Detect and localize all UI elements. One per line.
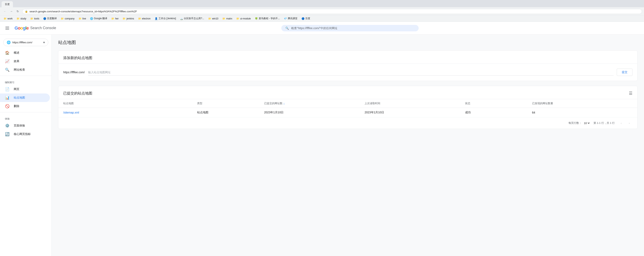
sitemap-url-input[interactable] <box>88 69 614 76</box>
sidebar-item-url-inspection[interactable]: 🔍 网址检查 <box>0 66 50 74</box>
col-type: 类型 <box>197 102 264 105</box>
bookmark-tools[interactable]: 📁 tools <box>29 17 41 21</box>
cell-last-read: 2023年1月10日 <box>364 111 465 114</box>
filter-icon[interactable]: ☰ <box>629 91 632 96</box>
bookmark-study-label: study <box>20 17 26 20</box>
bookmark-ui-module-label: ui-module <box>240 17 251 20</box>
col-submitted-urls-label: 已提交的网址数 <box>264 102 282 105</box>
bookmark-baidu[interactable]: 🔵 百度 <box>300 16 312 21</box>
bookmark-her[interactable]: 📁 her <box>110 17 120 21</box>
col-submitted-urls[interactable]: 已提交的网址数 ↓ <box>264 102 364 105</box>
bookmark-ui-module-icon: 📁 <box>236 17 239 20</box>
bookmark-matrx[interactable]: 📁 matrx <box>221 17 234 21</box>
sitemap-link[interactable]: /sitemap.xml <box>63 111 79 114</box>
prev-page-button[interactable]: ‹ <box>618 120 624 126</box>
nav-divider-1 <box>0 76 52 76</box>
bookmark-baidu-translate[interactable]: 🔵 百度翻译 <box>42 16 58 21</box>
bookmark-runoob[interactable]: 🍀 菜鸟教程 - 学的不... <box>253 16 282 21</box>
sitemaps-icon: 📊 <box>5 95 10 100</box>
bookmark-live-label: live <box>82 17 86 20</box>
bookmark-baidu-translate-label: 百度翻译 <box>47 17 57 20</box>
sidebar-item-performance[interactable]: 📈 效果 <box>0 57 50 66</box>
add-sitemap-card-body: https://ffffee.com/ 提交 <box>58 64 637 81</box>
bookmark-runoob-label: 菜鸟教程 - 学的不... <box>259 17 280 20</box>
browser-toolbar: ← → ↻ 🔒 search.google.com/search-console… <box>0 7 644 15</box>
removal-icon: 🚫 <box>5 104 10 108</box>
hamburger-icon <box>6 27 9 30</box>
bookmark-tencent-class-icon: 💎 <box>284 17 287 20</box>
bookmarks-bar: 📁 work 📁 study 📁 tools 🔵 百度翻译 📁 company … <box>0 15 644 22</box>
bookmark-ui-module[interactable]: 📁 ui-module <box>235 17 252 21</box>
bookmark-electron[interactable]: 📁 electron <box>136 17 152 21</box>
menu-button[interactable] <box>3 24 11 32</box>
page-title: 站点地图 <box>58 40 638 46</box>
bookmark-partition-label: 分区助手怎么用?... <box>184 17 204 20</box>
sidebar-item-pages-label: 网页 <box>14 87 20 91</box>
col-discovered-urls-label: 已发现的网址数量 <box>532 102 553 105</box>
sidebar-item-overview[interactable]: 🏠 概述 <box>0 49 50 57</box>
logo-area: Google Search Console <box>14 26 56 31</box>
rows-per-page-container: 每页行数： 10 25 50 <box>568 121 590 125</box>
sort-descending-icon: ↓ <box>283 102 285 105</box>
rows-per-page-select[interactable]: 10 25 50 <box>583 121 590 125</box>
add-sitemap-card-header: 添加新的站点地图 <box>58 51 637 64</box>
bookmark-work[interactable]: 📁 work <box>2 17 14 21</box>
bookmark-google-translate[interactable]: 🌐 Google 翻译 <box>88 16 109 21</box>
search-input[interactable] <box>291 27 414 30</box>
bookmark-company[interactable]: 📁 company <box>59 17 76 21</box>
forward-button[interactable]: → <box>8 9 14 14</box>
bookmark-company-icon: 📁 <box>61 17 64 20</box>
table-header: 站点地图 类型 已提交的网址数 ↓ 上次读取时间 状态 <box>58 99 637 108</box>
active-tab[interactable]: 百度 <box>2 1 13 7</box>
header-search: 🔍 <box>281 25 419 31</box>
bookmark-baidu-icon: 🔵 <box>302 17 304 20</box>
main-body: 🌐 https://ffffee.com/ ▾ 🏠 概述 📈 效果 🔍 网址检查… <box>0 35 644 256</box>
sidebar: 🌐 https://ffffee.com/ ▾ 🏠 概述 📈 效果 🔍 网址检查… <box>0 35 52 256</box>
bookmark-google-translate-label: Google 翻译 <box>94 17 107 20</box>
bookmark-win10-icon: 📁 <box>208 17 211 20</box>
bookmark-electron-label: electron <box>142 17 151 20</box>
sidebar-item-page-experience[interactable]: ⚙️ 页面体验 <box>0 121 50 130</box>
sitemap-input-area: https://ffffee.com/ 提交 <box>63 69 632 76</box>
address-bar[interactable]: 🔒 search.google.com/search-console/sitem… <box>22 9 642 14</box>
app-name: Search Console <box>30 26 56 30</box>
search-icon: 🔍 <box>285 27 289 30</box>
add-sitemap-card: 添加新的站点地图 https://ffffee.com/ 提交 <box>58 50 638 81</box>
rows-per-page-label: 每页行数： <box>568 121 582 125</box>
sidebar-item-pages[interactable]: 📄 网页 <box>0 85 50 93</box>
col-sitemap: 站点地图 <box>63 102 197 105</box>
cell-discovered-urls: 64 <box>532 111 632 114</box>
property-selector[interactable]: 🌐 https://ffffee.com/ ▾ <box>3 39 48 46</box>
bookmark-win10[interactable]: 📁 win10 <box>206 17 220 21</box>
bookmark-her-label: her <box>115 17 118 20</box>
back-button[interactable]: ← <box>2 9 8 14</box>
cell-submitted-date: 2023年1月10日 <box>264 111 364 114</box>
sidebar-item-sitemaps[interactable]: 📊 站点地图 <box>0 93 50 102</box>
table-row: /sitemap.xml 站点地图 2023年1月10日 2023年1月10日 … <box>58 108 637 117</box>
bookmark-tencent-class[interactable]: 💎 腾讯课堂 <box>282 16 299 21</box>
bookmark-partition[interactable]: 🏔️ 分区助手怎么用?... <box>178 16 206 21</box>
reload-button[interactable]: ↻ <box>15 9 20 14</box>
bookmark-jenkins-workspace[interactable]: 👤 工作台 [Jenkins] <box>153 16 178 21</box>
sidebar-item-performance-label: 效果 <box>14 60 20 63</box>
bookmark-runoob-icon: 🍀 <box>255 17 258 20</box>
col-sitemap-label: 站点地图 <box>63 102 74 105</box>
bookmark-live[interactable]: 📁 live <box>77 17 88 21</box>
sidebar-item-removal[interactable]: 🚫 删除 <box>0 102 50 110</box>
performance-icon: 📈 <box>5 59 10 64</box>
sidebar-item-overview-label: 概述 <box>14 51 20 55</box>
col-last-read: 上次读取时间 <box>364 102 465 105</box>
bookmark-jenkins[interactable]: 📁 jenkins <box>121 17 136 21</box>
col-type-label: 类型 <box>197 102 202 105</box>
google-logo: Google <box>14 26 29 31</box>
next-page-button[interactable]: › <box>626 120 632 126</box>
submit-sitemap-button[interactable]: 提交 <box>617 69 632 76</box>
bookmark-tools-label: tools <box>34 17 39 20</box>
submitted-sitemaps-header: 已提交的站点地图 ☰ <box>58 86 637 99</box>
bookmark-partition-icon: 🏔️ <box>180 17 183 20</box>
bookmark-company-label: company <box>64 17 74 20</box>
sidebar-item-removal-label: 删除 <box>14 104 20 108</box>
home-icon: 🏠 <box>5 51 10 55</box>
sidebar-item-core-web-vitals[interactable]: 🔄 核心网页指标 <box>0 130 50 139</box>
bookmark-study[interactable]: 📁 study <box>15 17 28 21</box>
